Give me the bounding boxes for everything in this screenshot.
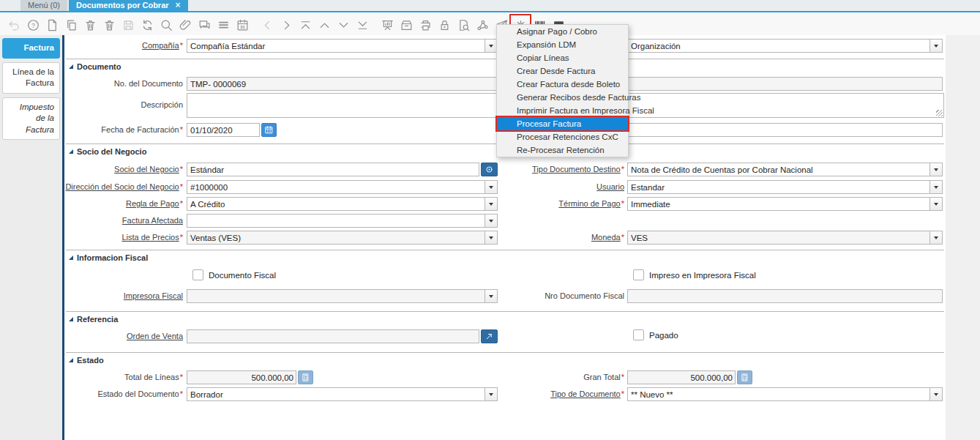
impreso-impresora-checkbox[interactable] (633, 269, 644, 280)
previous-record-icon[interactable] (258, 15, 277, 34)
estado-documento-select[interactable]: Borrador (187, 387, 498, 401)
delete-record-icon[interactable] (81, 15, 100, 34)
zoom-button[interactable] (481, 329, 498, 343)
impresora-fiscal-select[interactable] (187, 289, 498, 303)
parent-record-icon[interactable] (315, 15, 334, 34)
process-menu-item[interactable]: Expansión LDM (497, 38, 628, 51)
attachment-icon[interactable] (176, 15, 195, 34)
process-menu-item[interactable]: Copiar Líneas (497, 51, 628, 64)
process-menu-item[interactable]: Imprimir Factura en Impresora Fiscal (497, 104, 628, 117)
workflow-icon[interactable] (473, 15, 492, 34)
direccion-socio-select[interactable]: #1000000 (187, 180, 498, 194)
calculator-button[interactable] (298, 370, 313, 384)
process-menu-item[interactable]: Crear Factura desde Boleto (497, 78, 628, 91)
chevron-down-icon[interactable] (485, 198, 497, 210)
sidebar-tab-impuesto-factura[interactable]: Impuesto de la Factura (2, 97, 60, 141)
process-menu-item[interactable]: Asignar Pago / Cobro (497, 25, 628, 38)
moneda-label: Moneda* (498, 233, 624, 242)
factura-afectada-select[interactable] (187, 214, 498, 228)
process-menu-item[interactable]: Crear Desde Factura (497, 64, 628, 78)
chat-icon[interactable] (195, 15, 214, 34)
detail-record-icon[interactable] (334, 15, 353, 34)
sidebar-tab-factura[interactable]: Factura (2, 38, 60, 59)
chevron-down-icon[interactable] (485, 40, 497, 52)
calendar-picker-button[interactable] (261, 123, 277, 137)
documento-fiscal-checkbox[interactable] (192, 269, 203, 280)
chevron-down-icon[interactable] (929, 40, 942, 52)
nro-doc-fiscal-field[interactable] (627, 289, 943, 303)
next-record-icon[interactable] (277, 15, 296, 34)
chevron-down-icon[interactable] (929, 163, 942, 176)
lista-precios-select[interactable]: Ventas (VES) (187, 231, 498, 245)
fecha-facturacion-input[interactable]: 01/10/2020 (187, 123, 260, 137)
chevron-down-icon[interactable] (929, 198, 942, 210)
documento-right-field[interactable] (627, 77, 943, 91)
tab-menu[interactable]: Menú (0) (20, 0, 67, 11)
process-menu-item[interactable]: Generar Recibos desde Facturas (497, 91, 628, 104)
sidebar-tab-linea-factura[interactable]: Línea de la Factura (2, 62, 60, 94)
process-menu-item[interactable]: Procesar Retenciones CxC (497, 130, 628, 143)
close-tab-icon[interactable]: × (176, 0, 181, 10)
organizacion-select[interactable]: Organización (627, 39, 943, 53)
process-menu-item[interactable]: Re-Procesar Retención (497, 143, 628, 157)
print-icon[interactable] (416, 15, 435, 34)
required-marker: * (621, 233, 624, 242)
print-preview-icon[interactable] (454, 15, 473, 34)
lock-icon[interactable] (435, 15, 454, 34)
fecha-right-field[interactable] (627, 123, 943, 137)
first-record-icon[interactable] (296, 15, 315, 34)
section-informacion-fiscal[interactable]: Informacion Fiscal (64, 253, 148, 262)
calculator-button[interactable] (737, 370, 752, 384)
required-marker: * (621, 389, 624, 398)
moneda-select[interactable]: VES (627, 231, 943, 245)
undo-icon[interactable] (4, 15, 23, 34)
refresh-icon[interactable] (138, 15, 157, 34)
tipo-doc-destino-label: Tipo Documento Destino* (498, 165, 624, 174)
tab-documentos-por-cobrar[interactable]: Documentos por Cobrar × (69, 0, 188, 11)
chevron-down-icon[interactable] (485, 388, 497, 400)
help-icon[interactable]: ? (23, 15, 42, 34)
chevron-down-icon[interactable] (485, 215, 497, 227)
compania-label: Compañía* (64, 41, 183, 50)
row-factura-afectada: Factura Afectada (64, 214, 946, 228)
tipo-documento-select[interactable]: ** Nuevo ** (627, 387, 943, 401)
save-icon[interactable] (119, 15, 138, 34)
new-record-icon[interactable] (42, 15, 61, 34)
section-estado[interactable]: Estado (64, 355, 104, 365)
termino-pago-label: Término de Pago* (498, 199, 624, 208)
last-record-icon[interactable] (353, 15, 372, 34)
delete-selection-icon[interactable] (100, 15, 119, 34)
chevron-down-icon[interactable] (485, 181, 497, 193)
total-lineas-field[interactable]: 500.000,00 (187, 370, 296, 384)
tipo-doc-destino-select[interactable]: Nota de Crédito de Cuentas por Cobrar Na… (627, 163, 943, 176)
row-regla-pago: Regla de Pago* A Crédito Término de Pago… (64, 197, 946, 211)
orden-venta-field[interactable] (187, 329, 479, 343)
chevron-down-icon[interactable] (485, 231, 497, 244)
usuario-select[interactable]: Estandar (627, 180, 943, 194)
process-menu: Asignar Pago / CobroExpansión LDMCopiar … (496, 24, 629, 157)
termino-pago-select[interactable]: Immediate (627, 197, 943, 211)
report-icon[interactable] (378, 15, 397, 34)
section-referencia[interactable]: Referencia (64, 314, 118, 324)
archive-icon[interactable] (397, 15, 416, 34)
calendar-icon[interactable]: 31 (233, 15, 252, 34)
copy-record-icon[interactable] (61, 15, 81, 34)
find-icon[interactable] (157, 15, 176, 34)
chevron-down-icon[interactable] (929, 388, 942, 400)
chevron-down-icon[interactable] (485, 290, 497, 302)
section-documento[interactable]: Documento (64, 61, 121, 71)
chevron-down-icon[interactable] (929, 231, 942, 244)
gran-total-field[interactable]: 500.000,00 (627, 370, 736, 384)
grid-toggle-icon[interactable] (214, 15, 233, 34)
chevron-down-icon[interactable] (929, 181, 942, 193)
no-documento-field[interactable]: TMP- 0000069 (187, 77, 498, 91)
pagado-checkbox[interactable] (633, 329, 644, 340)
record-info-button[interactable] (481, 163, 498, 176)
socio-negocio-field[interactable]: Estándar (187, 163, 479, 176)
required-marker: * (180, 165, 183, 174)
process-menu-item[interactable]: Procesar Factura (497, 117, 628, 130)
section-socio-negocio[interactable]: Socio del Negocio (64, 146, 146, 156)
compania-select[interactable]: Compañía Estándar (187, 39, 498, 53)
regla-pago-select[interactable]: A Crédito (187, 197, 498, 211)
row-direccion-socio: Dirección del Socio del Negocio* #100000… (64, 180, 946, 194)
